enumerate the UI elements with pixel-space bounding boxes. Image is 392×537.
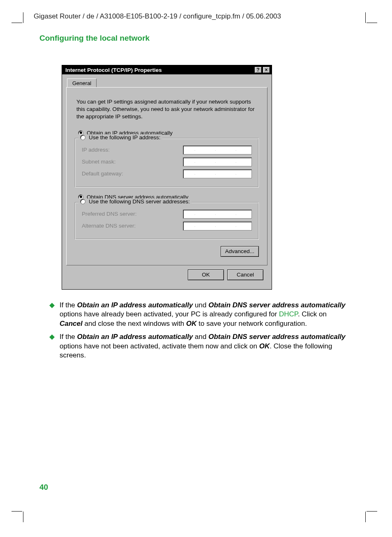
group-use-ip: Use the following IP address: IP address… xyxy=(75,138,259,187)
label-preferred-dns: Preferred DNS server: xyxy=(82,211,137,217)
header-path: Gigaset Router / de / A31008-E105-B100-2… xyxy=(34,12,359,21)
list-item: ◆ If the Obtain an IP address automatica… xyxy=(49,301,349,328)
dialog-titlebar: Internet Protocol (TCP/IP) Properties ? … xyxy=(62,65,272,74)
tab-general[interactable]: General xyxy=(67,78,97,87)
tab-panel-general: You can get IP settings assigned automat… xyxy=(66,87,267,265)
input-alternate-dns[interactable]: ... xyxy=(183,221,252,230)
t: If the xyxy=(60,301,77,309)
input-preferred-dns[interactable]: ... xyxy=(183,210,252,219)
radio-use-dns-label: Use the following DNS server addresses: xyxy=(89,198,190,205)
ok-button[interactable]: OK xyxy=(188,270,224,280)
label-ip-address: IP address: xyxy=(82,147,110,153)
diamond-bullet-icon: ◆ xyxy=(49,333,55,361)
radio-use-dns[interactable] xyxy=(80,199,85,204)
t: and xyxy=(193,333,208,341)
dialog-description: You can get IP settings assigned automat… xyxy=(76,98,257,121)
t: options have not been activated, activat… xyxy=(60,342,259,350)
t: If the xyxy=(60,333,77,341)
t: . Click on xyxy=(298,310,327,318)
help-icon[interactable]: ? xyxy=(254,67,262,73)
radio-use-ip[interactable] xyxy=(80,135,85,140)
tcpip-properties-dialog: Internet Protocol (TCP/IP) Properties ? … xyxy=(62,65,272,290)
t: und xyxy=(193,301,208,309)
radio-use-ip-label: Use the following IP address: xyxy=(89,134,161,141)
page-number: 40 xyxy=(39,483,48,492)
diamond-bullet-icon: ◆ xyxy=(49,302,55,329)
t: Obtain an IP address automatically xyxy=(77,333,193,341)
t: Obtain DNS server address automatically xyxy=(208,333,346,341)
t: options have already been activated, you… xyxy=(60,310,279,318)
close-icon[interactable]: × xyxy=(263,67,270,73)
label-subnet-mask: Subnet mask: xyxy=(82,159,116,165)
input-ip-address[interactable]: ... xyxy=(183,145,252,154)
instruction-list: ◆ If the Obtain an IP address automatica… xyxy=(49,301,349,364)
t: Cancel xyxy=(60,320,83,327)
dhcp-link[interactable]: DHCP xyxy=(279,310,298,318)
t: OK xyxy=(259,342,270,350)
advanced-button[interactable]: Advanced... xyxy=(221,246,259,257)
t: Obtain an IP address automatically xyxy=(77,301,193,309)
input-subnet-mask[interactable]: ... xyxy=(183,157,252,166)
t: to save your network configuration. xyxy=(197,320,307,327)
label-default-gateway: Default gateway: xyxy=(82,171,123,177)
input-default-gateway[interactable]: ... xyxy=(183,169,252,178)
section-title: Configuring the local network xyxy=(39,34,150,43)
list-item: ◆ If the Obtain an IP address automatica… xyxy=(49,332,349,360)
dialog-title: Internet Protocol (TCP/IP) Properties xyxy=(65,67,162,73)
t: Obtain DNS server address automatically xyxy=(208,301,346,309)
cancel-button[interactable]: Cancel xyxy=(227,270,263,280)
t: OK xyxy=(186,320,197,327)
label-alternate-dns: Alternate DNS server: xyxy=(82,223,136,229)
group-use-dns: Use the following DNS server addresses: … xyxy=(75,202,259,240)
t: and close the next windows with xyxy=(83,320,186,327)
